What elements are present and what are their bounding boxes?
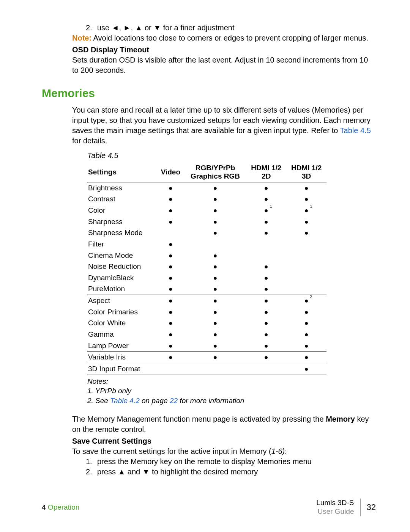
step-text: press the Memory key on the remote to di… xyxy=(97,457,376,467)
table-cell: ● xyxy=(246,272,286,284)
table-row: Color Primaries●●●● xyxy=(87,306,326,318)
intro-block: 2. use ◄, ►, ▲ or ▼ for a finer adjustme… xyxy=(72,23,376,75)
col-video: Video xyxy=(157,162,184,182)
table-cell: ● xyxy=(184,329,246,340)
dot-icon: ● xyxy=(169,195,173,202)
table-cell: ● xyxy=(184,250,246,261)
table-cell xyxy=(286,250,326,261)
dot-icon: ● xyxy=(169,319,173,326)
table-cell: ● xyxy=(286,329,326,340)
row-label: Color Primaries xyxy=(87,306,157,318)
dot-icon: ● xyxy=(213,252,218,259)
save-intro-b: : xyxy=(285,447,287,455)
table-cell: ● xyxy=(184,216,246,228)
link-table-4-5[interactable]: Table 4.5 xyxy=(340,126,371,135)
save-settings-heading: Save Current Settings xyxy=(72,436,376,446)
table-row: 3D Input Format● xyxy=(87,363,326,375)
table-cell xyxy=(246,250,286,261)
dot-icon: ● xyxy=(169,285,173,292)
dot-icon: ● xyxy=(264,195,268,202)
row-label: DynamicBlack xyxy=(87,272,157,284)
step-number: 1. xyxy=(86,457,97,467)
table-row: Lamp Power●●●● xyxy=(87,340,326,352)
dot-icon: ● xyxy=(169,331,173,338)
dot-icon: ● xyxy=(169,297,173,304)
save-intro-italic: 1-6) xyxy=(271,447,285,455)
mm-para-bold: Memory xyxy=(326,415,355,423)
dot-icon: ● xyxy=(169,274,173,281)
dot-icon: ● xyxy=(213,353,218,361)
dot-icon: ● xyxy=(213,207,218,214)
save-step-2: 2. press ▲ and ▼ to highlight the desire… xyxy=(86,467,376,477)
table-cell: ● xyxy=(184,272,246,284)
footer-left: 4 Operation xyxy=(42,503,79,512)
dot-icon: ● xyxy=(304,365,309,372)
dot-icon: ● xyxy=(213,263,218,270)
save-settings-intro: To save the current settings for the act… xyxy=(72,446,376,457)
n2-c: for more information xyxy=(178,397,244,405)
table-notes: Notes: 1. YPrPb only 2. See Table 4.2 on… xyxy=(87,377,376,406)
table-cell: ● xyxy=(184,283,246,295)
table-cell: ● xyxy=(184,340,246,352)
table-cell: ● xyxy=(157,216,184,228)
table-note-2: 2. See Table 4.2 on page 22 for more inf… xyxy=(87,396,376,406)
memory-mgmt-para: The Memory Management function menu page… xyxy=(72,414,376,435)
dot-icon: ● xyxy=(213,218,218,225)
col-hdmi3d-line1: HDMI 1/2 xyxy=(291,164,322,172)
table-cell: ● xyxy=(184,182,246,193)
dot-icon: ● xyxy=(264,263,268,270)
table-row: Aspect●●●●2 xyxy=(87,295,326,306)
table-cell: ● xyxy=(184,352,246,363)
step-text: press ▲ and ▼ to highlight the desired m… xyxy=(97,467,376,477)
row-label: 3D Input Format xyxy=(87,363,157,375)
table-cell: ● xyxy=(157,272,184,284)
table-cell: ● xyxy=(246,216,286,228)
col-settings: Settings xyxy=(87,162,157,182)
table-row: Color●●●1●1 xyxy=(87,205,326,216)
table-cell: ● xyxy=(157,295,184,306)
dot-icon: ● xyxy=(264,184,268,191)
table-cell xyxy=(286,261,326,272)
n2-b: on page xyxy=(140,397,170,405)
col-rgb-line2: Graphics RGB xyxy=(191,172,240,180)
dot-icon: ● xyxy=(213,342,218,349)
table-cell: ●1 xyxy=(286,205,326,216)
dot-icon: ● xyxy=(264,353,268,361)
row-label: Aspect xyxy=(87,295,157,306)
row-label: Noise Reduction xyxy=(87,261,157,272)
row-label: Lamp Power xyxy=(87,340,157,352)
dot-icon: ● xyxy=(264,308,268,315)
table-cell xyxy=(246,239,286,250)
dot-icon: ● xyxy=(213,195,218,202)
osd-timeout-body: Sets duration OSD is visible after the l… xyxy=(72,55,376,75)
table-cell: ● xyxy=(246,283,286,295)
table-cell: ● xyxy=(286,317,326,329)
table-note-1: 1. YPrPb only xyxy=(87,386,376,396)
section-heading-memories: Memories xyxy=(42,87,376,100)
dot-icon: ● xyxy=(304,229,309,236)
mm-para-a: The Memory Management function menu page… xyxy=(72,415,326,423)
dot-icon: ● xyxy=(169,353,173,361)
dot-icon: ● xyxy=(264,331,268,338)
table-row: Sharpness●●●● xyxy=(87,216,326,228)
row-label: Filter xyxy=(87,239,157,250)
dot-icon: ● xyxy=(304,195,309,202)
dot-icon: ● xyxy=(169,308,173,315)
dot-icon: ● xyxy=(264,342,268,349)
link-table-4-2[interactable]: Table 4.2 xyxy=(110,397,139,405)
table-row: Color White●●●● xyxy=(87,317,326,329)
dot-icon: ● xyxy=(213,308,218,315)
table-cell: ● xyxy=(286,216,326,228)
table-cell: ● xyxy=(286,352,326,363)
table-cell: ● xyxy=(157,306,184,318)
table-cell: ● xyxy=(157,340,184,352)
note-line: Note: Avoid locations too close to corne… xyxy=(72,33,376,43)
settings-table-wrap: Settings Video RGB/YPrPb Graphics RGB HD… xyxy=(87,162,326,375)
table-cell: ●2 xyxy=(286,295,326,306)
table-row: PureMotion●●● xyxy=(87,283,326,295)
dot-icon: ● xyxy=(213,285,218,292)
link-page-22[interactable]: 22 xyxy=(170,397,178,405)
settings-table: Settings Video RGB/YPrPb Graphics RGB HD… xyxy=(87,162,326,375)
row-label: Brightness xyxy=(87,182,157,193)
table-row: Brightness●●●● xyxy=(87,182,326,193)
